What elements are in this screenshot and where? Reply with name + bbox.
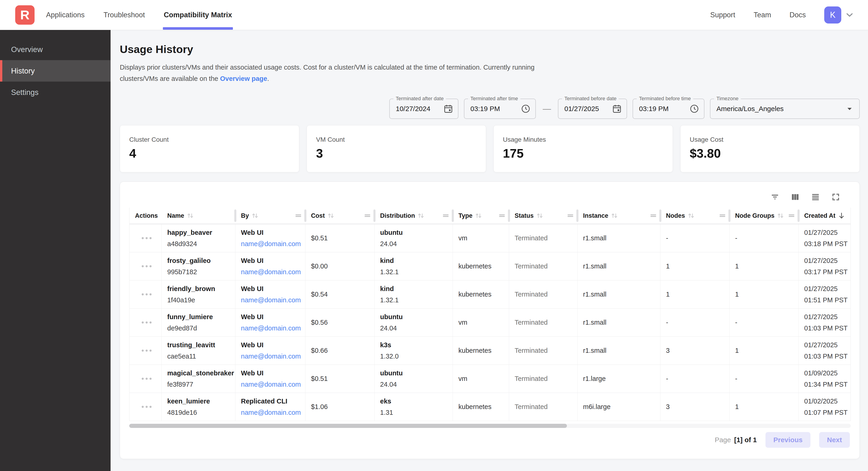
sort-icon[interactable] <box>186 211 194 220</box>
column-separator[interactable] <box>798 209 800 222</box>
filter-icon[interactable] <box>770 192 780 202</box>
email-link[interactable]: name@domain.com <box>241 240 302 248</box>
avatar[interactable]: K <box>824 6 841 24</box>
sort-icon[interactable] <box>535 211 544 220</box>
sort-desc-icon[interactable] <box>837 211 846 220</box>
cell-name: magical_stonebrakerfe3f8977 <box>162 365 236 393</box>
column-header-actions[interactable]: Actions <box>129 208 162 224</box>
sort-icon[interactable] <box>251 211 259 220</box>
horizontal-scrollbar-track[interactable] <box>129 424 851 428</box>
email-link[interactable]: name@domain.com <box>241 353 302 360</box>
clock-icon[interactable] <box>521 104 531 114</box>
field-value[interactable]: 03:19 PM <box>470 105 517 113</box>
column-separator[interactable] <box>659 209 661 222</box>
email-link[interactable]: name@domain.com <box>241 296 302 304</box>
column-header-instance[interactable]: Instance <box>578 208 660 224</box>
cell-by: Web UIname@domain.com <box>236 365 306 393</box>
column-header-cost[interactable]: Cost <box>306 208 375 224</box>
density-icon[interactable] <box>811 192 820 202</box>
sort-icon[interactable] <box>610 211 619 220</box>
row-actions-button[interactable] <box>142 237 152 239</box>
terminated-before-date-field[interactable]: Terminated before date 01/27/2025 <box>558 99 627 119</box>
column-separator[interactable] <box>234 209 236 222</box>
tab-troubleshoot[interactable]: Troubleshoot <box>103 0 145 30</box>
column-menu-icon[interactable] <box>364 212 371 219</box>
field-value[interactable]: 03:19 PM <box>639 105 686 113</box>
sort-icon[interactable] <box>687 211 695 220</box>
column-separator[interactable] <box>576 209 579 222</box>
email-link[interactable]: name@domain.com <box>241 381 302 388</box>
columns-icon[interactable] <box>790 192 800 202</box>
account-menu[interactable]: K <box>824 6 855 24</box>
horizontal-scrollbar-thumb[interactable] <box>129 424 567 428</box>
next-page-button[interactable]: Next <box>819 432 850 448</box>
cell-created-at: 01/27/202503:18 PM PST <box>799 224 850 252</box>
column-menu-icon[interactable] <box>294 212 302 219</box>
calendar-icon[interactable] <box>612 104 622 114</box>
field-label: Terminated after date <box>394 96 446 101</box>
field-value[interactable]: 01/27/2025 <box>564 105 609 113</box>
sidebar-item-settings[interactable]: Settings <box>0 82 111 103</box>
calendar-icon[interactable] <box>443 104 453 114</box>
cell-text: $0.54 <box>311 291 371 298</box>
timezone-select[interactable]: Timezone America/Los_Angeles <box>710 99 860 119</box>
sort-icon[interactable] <box>417 211 425 220</box>
column-separator[interactable] <box>508 209 510 222</box>
column-menu-icon[interactable] <box>566 212 574 219</box>
row-actions-button[interactable] <box>142 406 152 408</box>
column-header-status[interactable]: Status <box>509 208 578 224</box>
cell-name: keen_lumiere4819de16 <box>162 393 236 421</box>
terminated-after-date-field[interactable]: Terminated after date 10/27/2024 <box>389 99 458 119</box>
stat-value: 3 <box>316 146 476 160</box>
field-value[interactable]: America/Los_Angeles <box>716 105 841 113</box>
cell-cost: $0.51 <box>306 365 375 393</box>
sort-icon[interactable] <box>776 211 785 220</box>
email-link[interactable]: name@domain.com <box>241 409 302 416</box>
column-header-by[interactable]: By <box>236 208 306 224</box>
chevron-down-icon[interactable] <box>844 10 855 20</box>
row-actions-button[interactable] <box>142 378 152 380</box>
terminated-before-time-field[interactable]: Terminated before time 03:19 PM <box>632 99 705 119</box>
column-header-name[interactable]: Name <box>162 208 236 224</box>
column-menu-icon[interactable] <box>787 212 796 219</box>
tab-applications[interactable]: Applications <box>46 0 85 30</box>
column-separator[interactable] <box>728 209 731 222</box>
terminated-after-time-field[interactable]: Terminated after time 03:19 PM <box>464 99 536 119</box>
column-separator[interactable] <box>373 209 375 222</box>
cell-text: r1.small <box>583 319 657 326</box>
column-header-distribution[interactable]: Distribution <box>375 208 453 224</box>
clock-icon[interactable] <box>689 104 700 114</box>
sort-icon[interactable] <box>327 211 335 220</box>
field-value[interactable]: 10/27/2024 <box>396 105 440 113</box>
row-actions-button[interactable] <box>142 350 152 352</box>
docs-link[interactable]: Docs <box>789 11 806 19</box>
column-menu-icon[interactable] <box>718 212 726 219</box>
replicated-logo[interactable]: R <box>15 5 35 25</box>
cell-by: Web UIname@domain.com <box>236 337 306 364</box>
column-header-created-at[interactable]: Created At <box>799 208 850 224</box>
sort-icon[interactable] <box>474 211 483 220</box>
email-link[interactable]: name@domain.com <box>241 268 302 276</box>
column-header-nodes[interactable]: Nodes <box>660 208 730 224</box>
column-separator[interactable] <box>304 209 306 222</box>
column-separator[interactable] <box>452 209 454 222</box>
overview-page-link[interactable]: Overview page <box>220 75 267 82</box>
tab-compatibility-matrix[interactable]: Compatibility Matrix <box>164 0 232 30</box>
sidebar-item-history[interactable]: History <box>0 60 111 82</box>
team-link[interactable]: Team <box>754 11 771 19</box>
previous-page-button[interactable]: Previous <box>766 432 810 448</box>
column-menu-icon[interactable] <box>649 212 657 219</box>
email-link[interactable]: name@domain.com <box>241 324 302 332</box>
sidebar-item-overview[interactable]: Overview <box>0 39 111 60</box>
support-link[interactable]: Support <box>710 11 735 19</box>
dropdown-caret-icon[interactable] <box>844 104 855 114</box>
row-actions-button[interactable] <box>142 293 152 295</box>
column-header-type[interactable]: Type <box>453 208 509 224</box>
column-menu-icon[interactable] <box>498 212 506 219</box>
column-header-node-groups[interactable]: Node Groups <box>730 208 799 224</box>
fullscreen-icon[interactable] <box>831 192 841 202</box>
cell-actions <box>129 281 162 308</box>
row-actions-button[interactable] <box>142 265 152 267</box>
column-menu-icon[interactable] <box>442 212 450 219</box>
row-actions-button[interactable] <box>142 321 152 324</box>
